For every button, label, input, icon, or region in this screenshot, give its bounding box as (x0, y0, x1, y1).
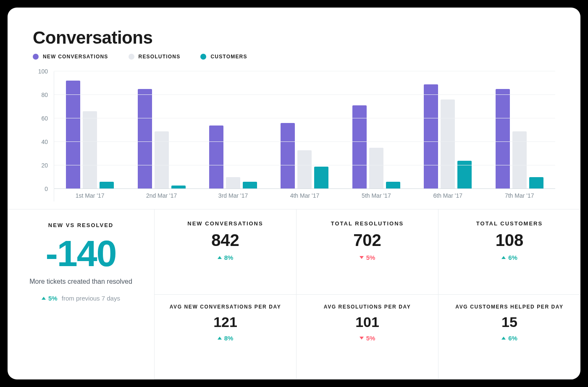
chart-bar-groups (54, 71, 555, 189)
bar (314, 167, 328, 189)
legend-item: NEW CONVERSATIONS (33, 54, 108, 60)
caret-up-icon (501, 337, 506, 340)
metric-avg-resolutions-per-day: AVG RESOLUTIONS PER DAY 101 5% (297, 295, 438, 380)
delta-percent: 8% (224, 254, 234, 261)
metric-label: TOTAL RESOLUTIONS (331, 220, 404, 227)
delta-percent: 6% (508, 254, 517, 261)
header-section: Conversations NEW CONVERSATIONSRESOLUTIO… (8, 8, 580, 71)
caret-down-icon (360, 256, 364, 259)
metric-value: -140 (45, 235, 116, 272)
gridline (54, 118, 555, 118)
chart-plot-area: 1st Mar '172nd Mar '173rd Mar '174th Mar… (54, 71, 555, 201)
metric-total-resolutions: TOTAL RESOLUTIONS 702 5% (297, 209, 438, 295)
bar (83, 111, 97, 189)
bar-group (54, 71, 126, 189)
metric-value: 121 (213, 314, 237, 330)
metric-delta: 6% (501, 335, 517, 342)
metric-delta: 8% (218, 335, 234, 342)
legend-label: NEW CONVERSATIONS (43, 54, 108, 60)
metric-new-conversations: NEW CONVERSATIONS 842 8% (155, 209, 297, 295)
metric-total-customers: TOTAL CUSTOMERS 108 6% (438, 209, 580, 295)
caret-up-icon (218, 256, 222, 259)
metric-value: 842 (211, 231, 239, 250)
legend-swatch (129, 54, 134, 60)
metric-label: AVG CUSTOMERS HELPED PER DAY (455, 304, 563, 310)
y-tick-label: 20 (41, 162, 48, 169)
metric-delta: 8% (218, 254, 234, 261)
caret-up-icon (218, 337, 222, 340)
gridline (54, 141, 555, 142)
bar (441, 99, 455, 189)
x-tick-label: 6th Mar '17 (412, 189, 483, 201)
chart-container: 020406080100 1st Mar '172nd Mar '173rd M… (8, 71, 580, 209)
bar (209, 126, 223, 189)
metric-caption: More tickets created than resolved (29, 278, 132, 285)
y-tick-label: 0 (45, 186, 48, 192)
delta-percent: 5% (366, 254, 375, 261)
x-tick-label: 3rd Mar '17 (197, 189, 269, 201)
delta-percent: 6% (508, 335, 517, 342)
delta-percent: 5% (366, 335, 375, 342)
metric-label: AVG RESOLUTIONS PER DAY (324, 304, 411, 310)
gridline (54, 165, 555, 165)
bar-group (412, 71, 483, 189)
bar-group (484, 71, 555, 189)
bar (297, 150, 312, 189)
metric-value: 101 (355, 314, 379, 330)
caret-up-icon (42, 297, 46, 300)
legend-swatch (200, 54, 206, 60)
metric-avg-new-per-day: AVG NEW CONVERSATIONS PER DAY 121 8% (155, 295, 297, 380)
bar (424, 84, 438, 189)
metric-value: 15 (501, 314, 517, 330)
metric-value: 702 (353, 231, 381, 250)
bar (243, 182, 257, 189)
y-tick-label: 80 (41, 92, 48, 98)
bar-group (341, 71, 412, 189)
x-tick-label: 2nd Mar '17 (126, 189, 197, 201)
dashboard-card: Conversations NEW CONVERSATIONSRESOLUTIO… (8, 8, 580, 379)
metric-avg-customers-per-day: AVG CUSTOMERS HELPED PER DAY 15 6% (438, 295, 580, 380)
metric-label: NEW CONVERSATIONS (187, 220, 263, 227)
y-tick-label: 100 (38, 68, 48, 75)
metrics-grid: NEW VS RESOLVED -140 More tickets create… (8, 209, 580, 379)
chart-y-axis: 020406080100 (33, 71, 54, 201)
bar (66, 81, 80, 189)
metric-label: AVG NEW CONVERSATIONS PER DAY (170, 304, 281, 310)
bar (281, 123, 295, 189)
bar-group (126, 71, 197, 189)
bar (529, 177, 543, 189)
x-tick-label: 7th Mar '17 (484, 189, 555, 201)
bar-group (197, 71, 269, 189)
conversations-bar-chart: 020406080100 1st Mar '172nd Mar '173rd M… (33, 71, 555, 201)
legend-item: CUSTOMERS (200, 54, 247, 60)
y-tick-label: 40 (41, 139, 48, 145)
x-tick-label: 1st Mar '17 (54, 189, 126, 201)
y-tick-label: 60 (41, 115, 48, 122)
metric-delta: 5% (360, 335, 375, 342)
chart-x-axis: 1st Mar '172nd Mar '173rd Mar '174th Mar… (54, 189, 555, 201)
bar (369, 148, 383, 189)
x-tick-label: 5th Mar '17 (341, 189, 412, 201)
bar (155, 131, 169, 189)
page-title: Conversations (33, 28, 555, 48)
legend-label: RESOLUTIONS (139, 54, 181, 60)
legend-item: RESOLUTIONS (129, 54, 181, 60)
metric-label: TOTAL CUSTOMERS (476, 220, 543, 227)
gridline (54, 94, 555, 95)
gridline (54, 71, 555, 71)
delta-percent: 5% (48, 295, 58, 302)
x-tick-label: 4th Mar '17 (269, 189, 340, 201)
delta-suffix: from previous 7 days (62, 295, 120, 302)
legend-swatch (33, 54, 39, 60)
bar (386, 182, 400, 189)
caret-up-icon (501, 256, 506, 259)
bar (138, 89, 152, 189)
metric-value: 108 (496, 231, 524, 250)
delta-percent: 8% (224, 335, 234, 342)
bar (512, 131, 527, 189)
chart-legend: NEW CONVERSATIONSRESOLUTIONSCUSTOMERS (33, 54, 555, 60)
metric-delta: 5% from previous 7 days (42, 295, 120, 302)
metric-label: NEW VS RESOLVED (48, 222, 113, 228)
metric-new-vs-resolved: NEW VS RESOLVED -140 More tickets create… (8, 209, 155, 379)
bar (100, 182, 114, 189)
